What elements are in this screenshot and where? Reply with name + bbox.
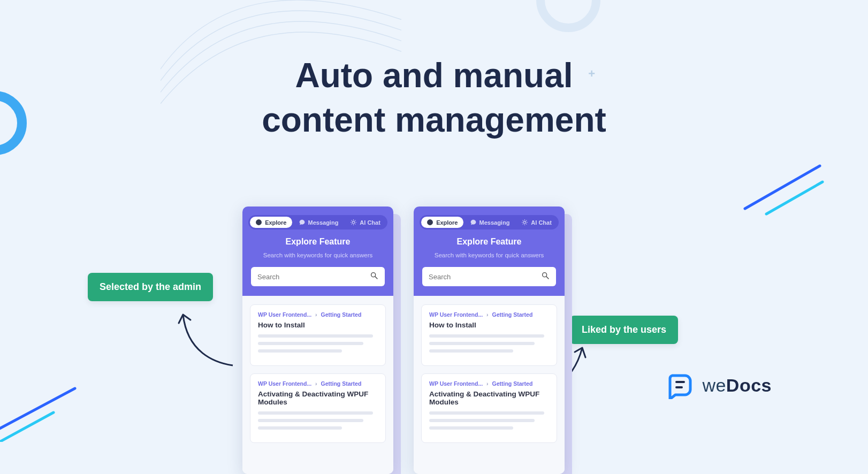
text-skeleton	[258, 342, 363, 345]
widget-panel: Explore Messaging AI Chat Explore Featur…	[242, 207, 393, 474]
doc-card-title: How to Install	[258, 321, 378, 329]
tab-explore-label: Explore	[265, 219, 286, 226]
aichat-icon	[350, 219, 357, 226]
explore-icon	[427, 219, 433, 226]
brand-name-light: we	[702, 375, 726, 395]
text-skeleton	[429, 334, 544, 338]
arrow-left	[177, 304, 235, 368]
search-input[interactable]	[257, 273, 370, 281]
tab-messaging-label: Messaging	[479, 219, 510, 226]
panel-title: Explore Feature	[422, 237, 556, 247]
tab-explore[interactable]: Explore	[250, 217, 292, 228]
doc-card[interactable]: WP User Frontend... › Getting Started Ac…	[250, 373, 386, 443]
svg-line-7	[375, 277, 377, 279]
doc-card[interactable]: WP User Frontend... › Getting Started Ho…	[421, 304, 557, 366]
widget-panel: Explore Messaging AI Chat Explore Featur…	[414, 207, 565, 474]
chevron-right-icon: ›	[486, 380, 489, 387]
messaging-icon	[299, 219, 306, 226]
panel-body: WP User Frontend... › Getting Started Ho…	[414, 296, 565, 474]
chevron-right-icon: ›	[486, 311, 489, 318]
chevron-right-icon: ›	[315, 380, 317, 387]
tab-aichat[interactable]: AI Chat	[345, 217, 386, 228]
users-label-text: Liked by the users	[582, 324, 666, 335]
headline-line-1: Auto and manual	[295, 56, 573, 95]
crumb-leaf: Getting Started	[321, 380, 362, 387]
svg-point-9	[524, 221, 526, 223]
panel-tabs: Explore Messaging AI Chat	[248, 215, 387, 230]
brand-name-bold: Docs	[726, 375, 772, 395]
text-skeleton	[258, 426, 342, 430]
text-skeleton	[429, 349, 513, 353]
tab-explore[interactable]: Explore	[421, 217, 463, 228]
text-skeleton	[258, 419, 363, 422]
breadcrumb: WP User Frontend... › Getting Started	[429, 311, 549, 318]
svg-line-11	[546, 277, 549, 279]
messaging-icon	[470, 219, 477, 226]
decorative-lines-right	[740, 160, 825, 219]
crumb-leaf: Getting Started	[492, 311, 533, 318]
svg-point-8	[428, 220, 433, 225]
search-bar[interactable]	[251, 267, 385, 286]
crumb-root: WP User Frontend...	[429, 311, 483, 318]
search-input[interactable]	[429, 273, 541, 281]
panel-header: Explore Messaging AI Chat Explore Featur…	[414, 207, 565, 296]
crumb-root: WP User Frontend...	[429, 380, 483, 387]
tab-messaging-label: Messaging	[308, 219, 339, 226]
text-skeleton	[429, 426, 513, 430]
crumb-root: WP User Frontend...	[258, 311, 311, 318]
brand-logo-icon	[667, 371, 695, 399]
decorative-lines-bottom-left	[0, 383, 80, 442]
decorative-circle-top	[536, 0, 600, 32]
svg-point-10	[543, 273, 547, 277]
doc-card[interactable]: WP User Frontend... › Getting Started Ac…	[421, 373, 557, 443]
text-skeleton	[429, 411, 544, 415]
doc-card[interactable]: WP User Frontend... › Getting Started Ho…	[250, 304, 386, 366]
svg-point-4	[256, 220, 262, 225]
crumb-root: WP User Frontend...	[258, 380, 311, 387]
panel-header: Explore Messaging AI Chat Explore Featur…	[242, 207, 393, 296]
tab-aichat[interactable]: AI Chat	[516, 217, 557, 228]
tab-messaging[interactable]: Messaging	[293, 217, 344, 228]
admin-label-badge: Selected by the admin	[88, 273, 213, 301]
panel-subtitle: Search with keywords for quick answers	[251, 252, 385, 258]
tab-aichat-label: AI Chat	[531, 219, 552, 226]
text-skeleton	[429, 419, 535, 422]
aichat-icon	[521, 219, 528, 226]
breadcrumb: WP User Frontend... › Getting Started	[429, 380, 549, 387]
breadcrumb: WP User Frontend... › Getting Started	[258, 311, 378, 318]
tab-aichat-label: AI Chat	[360, 219, 380, 226]
svg-line-1	[0, 412, 54, 442]
doc-card-title: Activating & Deactivating WPUF Modules	[429, 390, 549, 406]
headline-line-2: content management	[262, 101, 606, 139]
page-headline: Auto and manual content management	[193, 53, 675, 142]
svg-point-6	[371, 273, 376, 277]
admin-label-text: Selected by the admin	[100, 281, 201, 292]
text-skeleton	[258, 411, 373, 415]
crumb-leaf: Getting Started	[321, 311, 362, 318]
text-skeleton	[258, 334, 373, 338]
svg-line-3	[766, 182, 823, 214]
text-skeleton	[258, 349, 342, 353]
search-bar[interactable]	[422, 267, 556, 286]
panel-title: Explore Feature	[251, 237, 385, 247]
brand-logo: weDocs	[667, 371, 772, 399]
svg-line-2	[745, 166, 820, 209]
svg-line-0	[0, 388, 75, 431]
search-icon	[541, 271, 550, 282]
doc-card-title: How to Install	[429, 321, 549, 329]
text-skeleton	[429, 342, 535, 345]
brand-logo-text: weDocs	[702, 375, 772, 396]
widget-panel-admin: Explore Messaging AI Chat Explore Featur…	[242, 207, 393, 474]
tab-explore-label: Explore	[436, 219, 458, 226]
widget-panel-users: Explore Messaging AI Chat Explore Featur…	[414, 207, 565, 474]
doc-card-title: Activating & Deactivating WPUF Modules	[258, 390, 378, 406]
explore-icon	[255, 219, 262, 226]
breadcrumb: WP User Frontend... › Getting Started	[258, 380, 378, 387]
search-icon	[370, 271, 378, 282]
panel-tabs: Explore Messaging AI Chat	[420, 215, 559, 230]
panel-subtitle: Search with keywords for quick answers	[422, 252, 556, 258]
crumb-leaf: Getting Started	[492, 380, 533, 387]
svg-point-5	[353, 221, 355, 223]
tab-messaging[interactable]: Messaging	[465, 217, 515, 228]
decorative-circle-left	[0, 91, 27, 155]
